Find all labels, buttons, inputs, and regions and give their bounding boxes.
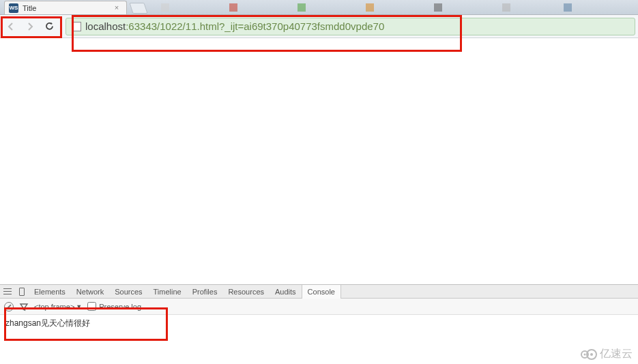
devtools-panel: Elements Network Sources Timeline Profil… [0,284,638,342]
background-tab[interactable] [298,1,306,14]
new-tab-button[interactable] [129,3,147,14]
browser-tab-active[interactable]: WS Title × [4,1,127,14]
background-tab[interactable] [564,1,572,14]
background-tab[interactable] [434,1,442,14]
page-content [0,38,638,290]
devtools-tab-resources[interactable]: Resources [222,285,270,299]
frame-selector[interactable]: <top frame> ▼ [34,303,82,311]
favicon-icon: WS [9,3,18,13]
device-mode-icon[interactable] [15,285,29,299]
background-tab[interactable] [229,1,237,14]
forward-button[interactable] [22,18,38,35]
devtools-tab-audits[interactable]: Audits [270,285,302,299]
devtools-tab-sources[interactable]: Sources [109,285,147,299]
close-tab-icon[interactable]: × [113,3,121,12]
devtools-tab-console[interactable]: Console [302,285,341,299]
background-tab[interactable] [366,1,374,14]
address-bar[interactable]: localhost:63343/1022/11.html?_ijt=ai69t3… [66,18,635,35]
filter-icon[interactable] [19,302,29,312]
console-output: zhangsan见天心情很好 [0,315,638,342]
url-text: localhost:63343/1022/11.html?_ijt=ai69t3… [85,20,384,32]
watermark-logo-icon [581,349,597,360]
clear-console-icon[interactable] [4,302,14,312]
background-tab[interactable] [502,1,510,14]
devtools-tab-network[interactable]: Network [71,285,109,299]
devtools-tab-elements[interactable]: Elements [29,285,71,299]
page-icon [72,22,81,31]
watermark: 亿速云 [581,347,633,361]
tab-title: Title [23,4,36,12]
reload-button[interactable] [41,18,57,35]
browser-tabstrip: WS Title × [0,0,638,15]
preserve-log-checkbox[interactable]: Preserve log [87,302,141,311]
browser-toolbar: localhost:63343/1022/11.html?_ijt=ai69t3… [0,15,638,38]
devtools-tab-timeline[interactable]: Timeline [148,285,187,299]
console-log-line: zhangsan见天心情很好 [5,318,633,329]
devtools-tabbar: Elements Network Sources Timeline Profil… [0,285,638,299]
back-button[interactable] [3,18,19,35]
watermark-text: 亿速云 [600,347,633,361]
devtools-tab-profiles[interactable]: Profiles [187,285,223,299]
console-toolbar: <top frame> ▼ Preserve log [0,299,638,315]
devtools-menu-icon[interactable] [0,285,15,299]
chevron-down-icon: ▼ [76,303,82,310]
background-tab[interactable] [161,1,169,14]
